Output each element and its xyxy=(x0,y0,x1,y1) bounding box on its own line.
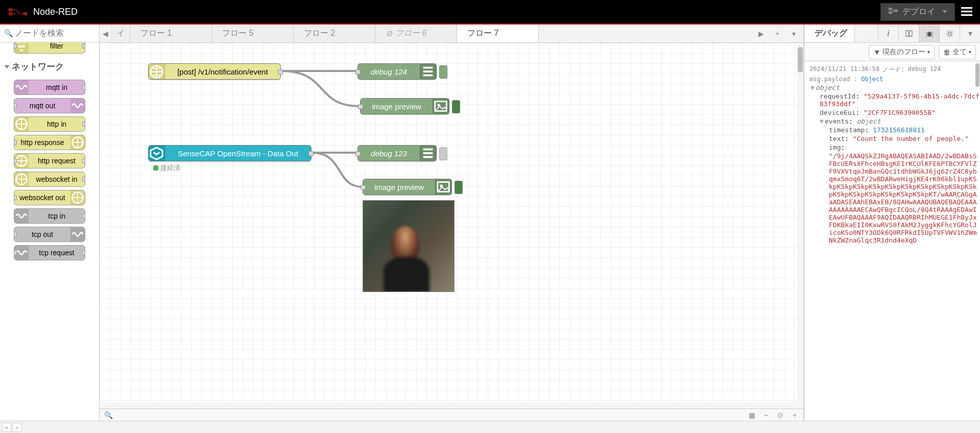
palette-node[interactable]: http response xyxy=(3,135,96,150)
palette-node[interactable]: tcp in xyxy=(3,208,96,224)
palette-category-network[interactable]: ネットワーク xyxy=(3,57,96,77)
node-sensecap[interactable]: SenseCAP OpenStream - Data Out xyxy=(148,145,312,161)
node-image-preview-2[interactable]: image preview xyxy=(363,179,452,195)
tab-scroll-left-button[interactable]: ◀ xyxy=(100,25,112,42)
caret-down-icon xyxy=(942,10,947,13)
svg-rect-20 xyxy=(423,149,433,151)
caret-down-icon: ▾ xyxy=(927,49,930,55)
palette-node[interactable]: websocket out xyxy=(3,190,96,205)
globe-icon xyxy=(70,190,85,205)
flow-canvas[interactable]: [post] /v1/notification/event debug 124 … xyxy=(100,43,803,408)
wave-icon xyxy=(70,227,85,242)
tab-menu-button[interactable]: ▾ xyxy=(787,27,800,40)
image-toggle-button[interactable] xyxy=(452,100,460,113)
wave-icon xyxy=(70,99,85,113)
svg-rect-16 xyxy=(423,70,433,73)
logo: Node-RED xyxy=(8,6,78,18)
trash-icon: 🗑 xyxy=(943,48,950,56)
palette-search: 🔍 xyxy=(0,25,99,42)
svg-rect-22 xyxy=(423,156,433,158)
debug-message-list: 2024/11/21 11:36:58 ノード: debug 124 msg.p… xyxy=(804,61,980,421)
svg-rect-21 xyxy=(423,152,433,154)
debug-toggle-button[interactable] xyxy=(439,65,447,79)
node-debug-124[interactable]: debug 124 xyxy=(357,63,437,80)
palette-expand-button[interactable]: » xyxy=(12,423,21,432)
deploy-icon xyxy=(888,7,898,16)
footer-navigator-button[interactable]: ▦ xyxy=(746,411,757,420)
svg-rect-8 xyxy=(20,50,23,52)
deploy-button[interactable]: デプロイ xyxy=(880,3,955,21)
debug-clear-dropdown[interactable]: 🗑 全て ▾ xyxy=(939,45,976,59)
globe-icon xyxy=(70,135,85,150)
add-tab-button[interactable]: ＋ xyxy=(771,27,784,40)
debug-scrollbar[interactable] xyxy=(975,61,980,421)
node-debug-123[interactable]: debug 123 xyxy=(357,145,437,161)
canvas-scrollbar-vertical[interactable] xyxy=(797,43,803,408)
globe-icon xyxy=(149,64,165,79)
main-menu-button[interactable] xyxy=(961,7,972,16)
canvas-scrollbar-horizontal[interactable] xyxy=(100,402,797,408)
sidebar-tab-menu[interactable]: ▾ xyxy=(960,25,980,43)
palette-node[interactable]: http request xyxy=(3,153,96,169)
palette-node-filter[interactable]: filter xyxy=(3,42,96,54)
zoom-in-button[interactable]: + xyxy=(789,411,800,420)
deploy-label: デプロイ xyxy=(902,7,935,17)
svg-rect-3 xyxy=(889,8,892,10)
palette-search-input[interactable] xyxy=(13,27,95,40)
svg-rect-4 xyxy=(889,11,892,14)
sidebar-tab-debug[interactable] xyxy=(919,25,939,43)
sidebar-panel: デバッグ i ▾ ▼ 現在のフロー ▾ 🗑 全て ▾ xyxy=(804,25,980,421)
sidebar-tab-help[interactable] xyxy=(898,25,919,43)
workspace-tab[interactable]: フロー 1 xyxy=(130,25,212,42)
globe-icon xyxy=(14,117,29,131)
node-image-preview-1[interactable]: image preview xyxy=(360,98,449,114)
workspace-tab[interactable]: フロー 2 xyxy=(294,25,375,42)
nodered-logo-icon xyxy=(8,6,28,18)
sensecap-icon xyxy=(149,146,165,161)
svg-rect-6 xyxy=(16,42,27,43)
svg-rect-5 xyxy=(894,10,898,12)
palette-panel: 🔍 filter ネットワーク mqtt inmqtt outhttp inht… xyxy=(0,25,100,421)
palette-node[interactable]: mqtt out xyxy=(3,98,96,113)
sidebar-tab-debug[interactable]: デバッグ xyxy=(804,25,855,42)
debug-filter-dropdown[interactable]: ▼ 現在のフロー ▾ xyxy=(869,45,935,59)
workspace-tab[interactable]: ⊘フロー 6 xyxy=(375,25,457,42)
image-icon xyxy=(435,179,451,195)
workspace-tab[interactable]: フロー 7 xyxy=(457,25,539,42)
svg-rect-15 xyxy=(423,67,433,69)
workspace-footer: 🔍 ▦ − ⊙ + xyxy=(100,408,803,421)
app-header: Node-RED デプロイ xyxy=(0,0,980,25)
debug-icon xyxy=(420,146,436,161)
tab-truncated[interactable]: イ xyxy=(112,25,130,42)
image-toggle-button[interactable] xyxy=(455,181,463,194)
palette-collapse-button[interactable]: « xyxy=(2,423,11,432)
palette-node[interactable]: websocket in xyxy=(3,172,96,187)
caret-down-icon: ▾ xyxy=(969,49,971,55)
debug-message-meta: 2024/11/21 11:36:58 ノード: debug 124 xyxy=(804,64,980,75)
palette-node[interactable]: tcp out xyxy=(3,227,96,242)
svg-rect-17 xyxy=(423,75,433,77)
footer-search-button[interactable]: 🔍 xyxy=(103,411,114,420)
caret-down-icon xyxy=(5,65,10,68)
zoom-out-button[interactable]: − xyxy=(760,411,772,420)
filter-icon: ▼ xyxy=(873,48,880,56)
workspace-tabbar: ◀ イ フロー 1フロー 5フロー 2⊘フロー 6フロー 7 ▶ ＋ ▾ xyxy=(100,25,803,43)
palette-node[interactable]: tcp request xyxy=(3,245,96,260)
palette-node[interactable]: http in xyxy=(3,116,96,132)
search-icon: 🔍 xyxy=(4,29,13,37)
debug-message-path: msg.payload : Object xyxy=(804,75,980,83)
tab-scroll-right-button[interactable]: ▶ xyxy=(754,27,768,40)
wave-icon xyxy=(14,209,29,223)
palette-node[interactable]: mqtt in xyxy=(3,80,96,95)
app-footer: « » xyxy=(0,421,980,433)
workspace-tab[interactable]: フロー 5 xyxy=(212,25,294,42)
sidebar-tab-info[interactable]: i xyxy=(878,25,898,43)
svg-rect-1 xyxy=(9,12,13,15)
debug-toggle-button[interactable] xyxy=(439,147,447,160)
node-status-sensecap: 接続済 xyxy=(153,163,180,173)
node-http-in[interactable]: [post] /v1/notification/event xyxy=(148,63,281,80)
sidebar-tab-config[interactable] xyxy=(939,25,960,43)
svg-rect-2 xyxy=(23,12,27,15)
svg-point-27 xyxy=(927,32,931,37)
zoom-reset-button[interactable]: ⊙ xyxy=(775,411,786,420)
